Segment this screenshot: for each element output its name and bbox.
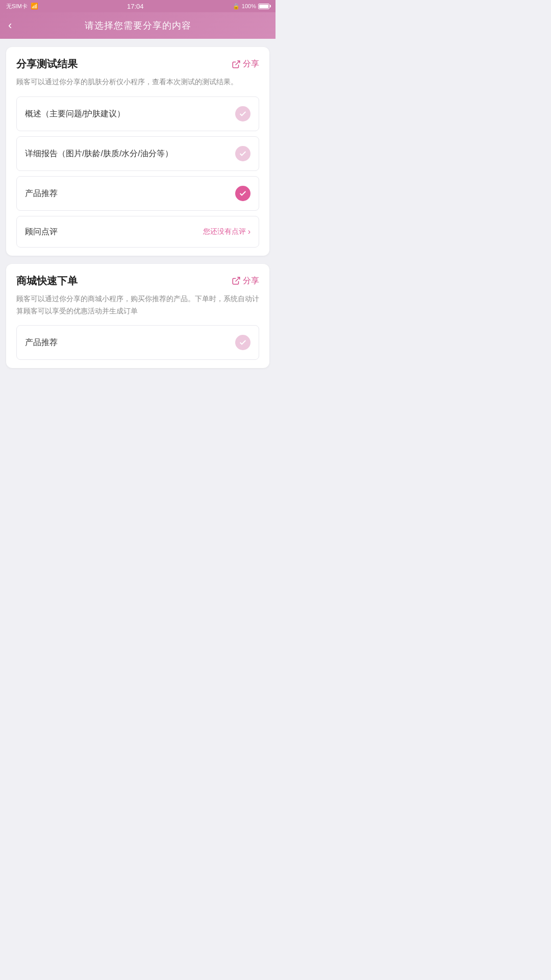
status-bar: 无SIM卡 📶 17:04 🔒 100%: [0, 0, 276, 12]
check-product: [235, 186, 251, 201]
share-label-1: 分享: [243, 59, 259, 69]
check-overview: [235, 106, 251, 121]
share-button-1[interactable]: 分享: [232, 59, 259, 69]
chevron-right-icon: ›: [248, 227, 251, 236]
share-icon-1: [232, 60, 241, 69]
option-product-rec2[interactable]: 产品推荐: [16, 325, 259, 360]
status-right: 🔒 100%: [233, 3, 269, 10]
share-button-2[interactable]: 分享: [232, 276, 259, 286]
option-label-advisor: 顾问点评: [25, 226, 203, 238]
share-icon-2: [232, 276, 241, 285]
option-advisor[interactable]: 顾问点评 您还没有点评 ›: [16, 216, 259, 248]
card-desc-2: 顾客可以通过你分享的商城小程序，购买你推荐的产品。下单时，系统自动计算顾客可以享…: [16, 293, 259, 317]
svg-line-0: [236, 61, 240, 65]
back-button[interactable]: ‹: [8, 20, 12, 31]
battery-percent: 100%: [242, 3, 256, 9]
option-detail-report[interactable]: 详细报告（图片/肤龄/肤质/水分/油分等）: [16, 136, 259, 171]
mall-order-card: 商城快速下单 分享 顾客可以通过你分享的商城小程序，购买你推荐的产品。下单时，系…: [6, 264, 269, 369]
battery-icon: [258, 4, 269, 9]
svg-line-1: [236, 278, 240, 282]
card-header-1: 分享测试结果 分享: [16, 57, 259, 71]
card-title-2: 商城快速下单: [16, 274, 78, 288]
check-product2: [235, 335, 251, 350]
option-product-rec[interactable]: 产品推荐: [16, 176, 259, 211]
wifi-icon: 📶: [31, 3, 38, 10]
test-results-card: 分享测试结果 分享 顾客可以通过你分享的肌肤分析仪小程序，查看本次测试的测试结果…: [6, 47, 269, 256]
nav-bar: ‹ 请选择您需要分享的内容: [0, 12, 276, 39]
share-label-2: 分享: [243, 276, 259, 286]
advisor-text: 您还没有点评: [203, 227, 246, 236]
option-label-overview: 概述（主要问题/护肤建议）: [25, 108, 235, 120]
carrier-text: 无SIM卡: [6, 3, 28, 10]
page-title: 请选择您需要分享的内容: [85, 19, 191, 32]
option-label-detail: 详细报告（图片/肤龄/肤质/水分/油分等）: [25, 148, 235, 160]
status-left: 无SIM卡 📶: [6, 3, 38, 10]
card-desc-1: 顾客可以通过你分享的肌肤分析仪小程序，查看本次测试的测试结果。: [16, 76, 259, 88]
option-label-product2: 产品推荐: [25, 336, 235, 349]
status-time: 17:04: [127, 3, 144, 10]
check-detail: [235, 146, 251, 161]
advisor-right: 您还没有点评 ›: [203, 227, 251, 236]
card-title-1: 分享测试结果: [16, 57, 78, 71]
main-content: 分享测试结果 分享 顾客可以通过你分享的肌肤分析仪小程序，查看本次测试的测试结果…: [0, 39, 276, 376]
option-overview[interactable]: 概述（主要问题/护肤建议）: [16, 96, 259, 131]
card-header-2: 商城快速下单 分享: [16, 274, 259, 288]
lock-icon: 🔒: [233, 3, 240, 10]
option-label-product: 产品推荐: [25, 187, 235, 200]
